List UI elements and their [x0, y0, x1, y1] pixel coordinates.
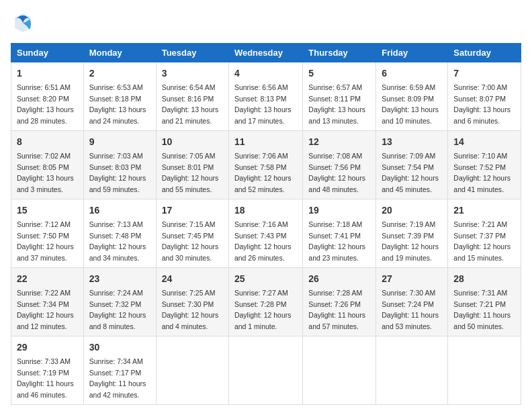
- calendar-row: 8Sunrise: 7:02 AM Sunset: 8:05 PM Daylig…: [11, 131, 521, 199]
- calendar-day-12: 12Sunrise: 7:08 AM Sunset: 7:56 PM Dayli…: [303, 131, 376, 199]
- calendar-day-16: 16Sunrise: 7:13 AM Sunset: 7:48 PM Dayli…: [83, 199, 156, 268]
- empty-cell: [448, 336, 521, 405]
- day-info: Sunrise: 7:22 AM Sunset: 7:34 PM Dayligh…: [17, 289, 74, 330]
- weekday-header-row: SundayMondayTuesdayWednesdayThursdayFrid…: [11, 44, 521, 62]
- day-info: Sunrise: 7:27 AM Sunset: 7:28 PM Dayligh…: [234, 289, 292, 330]
- calendar-row: 29Sunrise: 7:33 AM Sunset: 7:19 PM Dayli…: [11, 336, 521, 405]
- day-number: 8: [17, 135, 78, 149]
- calendar-day-22: 22Sunrise: 7:22 AM Sunset: 7:34 PM Dayli…: [11, 268, 84, 336]
- day-number: 3: [162, 66, 223, 81]
- calendar-day-2: 2Sunrise: 6:53 AM Sunset: 8:18 PM Daylig…: [83, 62, 156, 131]
- weekday-header-sunday: Sunday: [11, 44, 84, 62]
- day-number: 17: [162, 203, 223, 218]
- day-number: 5: [308, 66, 370, 81]
- day-number: 29: [17, 340, 78, 355]
- calendar-day-21: 21Sunrise: 7:21 AM Sunset: 7:37 PM Dayli…: [448, 199, 521, 268]
- calendar-day-13: 13Sunrise: 7:09 AM Sunset: 7:54 PM Dayli…: [376, 131, 448, 199]
- day-number: 6: [382, 66, 442, 81]
- calendar-day-20: 20Sunrise: 7:19 AM Sunset: 7:39 PM Dayli…: [376, 199, 448, 268]
- calendar-day-8: 8Sunrise: 7:02 AM Sunset: 8:05 PM Daylig…: [11, 131, 84, 199]
- day-info: Sunrise: 7:15 AM Sunset: 7:45 PM Dayligh…: [162, 220, 219, 262]
- calendar-day-25: 25Sunrise: 7:27 AM Sunset: 7:28 PM Dayli…: [228, 268, 302, 336]
- day-number: 23: [89, 272, 150, 286]
- day-info: Sunrise: 7:03 AM Sunset: 8:03 PM Dayligh…: [89, 152, 146, 193]
- calendar-day-23: 23Sunrise: 7:24 AM Sunset: 7:32 PM Dayli…: [83, 268, 156, 336]
- day-info: Sunrise: 7:18 AM Sunset: 7:41 PM Dayligh…: [308, 220, 365, 262]
- calendar-day-6: 6Sunrise: 6:59 AM Sunset: 8:09 PM Daylig…: [376, 62, 448, 131]
- day-number: 11: [234, 135, 297, 149]
- calendar-day-15: 15Sunrise: 7:12 AM Sunset: 7:50 PM Dayli…: [11, 199, 84, 268]
- weekday-header-saturday: Saturday: [448, 44, 521, 62]
- day-info: Sunrise: 6:57 AM Sunset: 8:11 PM Dayligh…: [308, 83, 365, 125]
- calendar-table: SundayMondayTuesdayWednesdayThursdayFrid…: [11, 43, 521, 405]
- day-info: Sunrise: 7:13 AM Sunset: 7:48 PM Dayligh…: [89, 220, 146, 262]
- day-info: Sunrise: 7:06 AM Sunset: 7:58 PM Dayligh…: [234, 152, 292, 193]
- calendar-day-4: 4Sunrise: 6:56 AM Sunset: 8:13 PM Daylig…: [228, 62, 302, 131]
- day-info: Sunrise: 7:25 AM Sunset: 7:30 PM Dayligh…: [162, 289, 219, 330]
- day-info: Sunrise: 6:56 AM Sunset: 8:13 PM Dayligh…: [234, 83, 292, 125]
- day-info: Sunrise: 7:00 AM Sunset: 8:07 PM Dayligh…: [453, 83, 511, 125]
- day-info: Sunrise: 7:34 AM Sunset: 7:17 PM Dayligh…: [89, 357, 146, 399]
- day-number: 4: [234, 66, 297, 81]
- day-info: Sunrise: 7:19 AM Sunset: 7:39 PM Dayligh…: [382, 220, 439, 262]
- calendar-day-7: 7Sunrise: 7:00 AM Sunset: 8:07 PM Daylig…: [448, 62, 521, 131]
- weekday-header-tuesday: Tuesday: [156, 44, 228, 62]
- weekday-header-monday: Monday: [83, 44, 156, 62]
- empty-cell: [156, 336, 228, 405]
- day-info: Sunrise: 7:05 AM Sunset: 8:01 PM Dayligh…: [162, 152, 219, 193]
- day-info: Sunrise: 6:51 AM Sunset: 8:20 PM Dayligh…: [17, 83, 74, 125]
- day-number: 28: [453, 272, 515, 286]
- calendar-day-30: 30Sunrise: 7:34 AM Sunset: 7:17 PM Dayli…: [83, 336, 156, 405]
- day-number: 20: [382, 203, 442, 218]
- day-number: 10: [162, 135, 223, 149]
- day-info: Sunrise: 7:21 AM Sunset: 7:37 PM Dayligh…: [453, 220, 511, 262]
- calendar-row: 1Sunrise: 6:51 AM Sunset: 8:20 PM Daylig…: [11, 62, 521, 131]
- logo-icon: [11, 11, 35, 35]
- day-info: Sunrise: 7:33 AM Sunset: 7:19 PM Dayligh…: [17, 357, 74, 399]
- day-number: 21: [453, 203, 515, 218]
- calendar-day-18: 18Sunrise: 7:16 AM Sunset: 7:43 PM Dayli…: [228, 199, 302, 268]
- day-info: Sunrise: 7:12 AM Sunset: 7:50 PM Dayligh…: [17, 220, 74, 262]
- day-info: Sunrise: 6:53 AM Sunset: 8:18 PM Dayligh…: [89, 83, 146, 125]
- day-number: 12: [308, 135, 370, 149]
- day-number: 25: [234, 272, 297, 286]
- calendar-day-17: 17Sunrise: 7:15 AM Sunset: 7:45 PM Dayli…: [156, 199, 228, 268]
- weekday-header-thursday: Thursday: [303, 44, 376, 62]
- calendar-day-9: 9Sunrise: 7:03 AM Sunset: 8:03 PM Daylig…: [83, 131, 156, 199]
- day-info: Sunrise: 7:30 AM Sunset: 7:24 PM Dayligh…: [382, 289, 439, 330]
- day-number: 9: [89, 135, 150, 149]
- day-info: Sunrise: 6:59 AM Sunset: 8:09 PM Dayligh…: [382, 83, 439, 125]
- empty-cell: [376, 336, 448, 405]
- day-info: Sunrise: 6:54 AM Sunset: 8:16 PM Dayligh…: [162, 83, 219, 125]
- calendar-row: 22Sunrise: 7:22 AM Sunset: 7:34 PM Dayli…: [11, 268, 521, 336]
- calendar-day-14: 14Sunrise: 7:10 AM Sunset: 7:52 PM Dayli…: [448, 131, 521, 199]
- day-info: Sunrise: 7:24 AM Sunset: 7:32 PM Dayligh…: [89, 289, 146, 330]
- day-info: Sunrise: 7:28 AM Sunset: 7:26 PM Dayligh…: [308, 289, 365, 330]
- calendar-day-11: 11Sunrise: 7:06 AM Sunset: 7:58 PM Dayli…: [228, 131, 302, 199]
- day-number: 7: [453, 66, 515, 81]
- day-number: 26: [308, 272, 370, 286]
- day-number: 24: [162, 272, 223, 286]
- weekday-header-wednesday: Wednesday: [228, 44, 302, 62]
- calendar-day-3: 3Sunrise: 6:54 AM Sunset: 8:16 PM Daylig…: [156, 62, 228, 131]
- calendar-day-26: 26Sunrise: 7:28 AM Sunset: 7:26 PM Dayli…: [303, 268, 376, 336]
- logo: [11, 11, 35, 38]
- calendar-row: 15Sunrise: 7:12 AM Sunset: 7:50 PM Dayli…: [11, 199, 521, 268]
- calendar-day-19: 19Sunrise: 7:18 AM Sunset: 7:41 PM Dayli…: [303, 199, 376, 268]
- calendar-day-28: 28Sunrise: 7:31 AM Sunset: 7:21 PM Dayli…: [448, 268, 521, 336]
- day-number: 15: [17, 203, 78, 218]
- day-info: Sunrise: 7:02 AM Sunset: 8:05 PM Dayligh…: [17, 152, 74, 193]
- calendar-day-24: 24Sunrise: 7:25 AM Sunset: 7:30 PM Dayli…: [156, 268, 228, 336]
- day-number: 30: [89, 340, 150, 355]
- page-header: [11, 11, 521, 38]
- day-info: Sunrise: 7:10 AM Sunset: 7:52 PM Dayligh…: [453, 152, 511, 193]
- day-number: 1: [17, 66, 78, 81]
- empty-cell: [303, 336, 376, 405]
- calendar-day-27: 27Sunrise: 7:30 AM Sunset: 7:24 PM Dayli…: [376, 268, 448, 336]
- calendar-day-10: 10Sunrise: 7:05 AM Sunset: 8:01 PM Dayli…: [156, 131, 228, 199]
- calendar-day-29: 29Sunrise: 7:33 AM Sunset: 7:19 PM Dayli…: [11, 336, 84, 405]
- weekday-header-friday: Friday: [376, 44, 448, 62]
- day-number: 2: [89, 66, 150, 81]
- day-number: 18: [234, 203, 297, 218]
- day-info: Sunrise: 7:16 AM Sunset: 7:43 PM Dayligh…: [234, 220, 292, 262]
